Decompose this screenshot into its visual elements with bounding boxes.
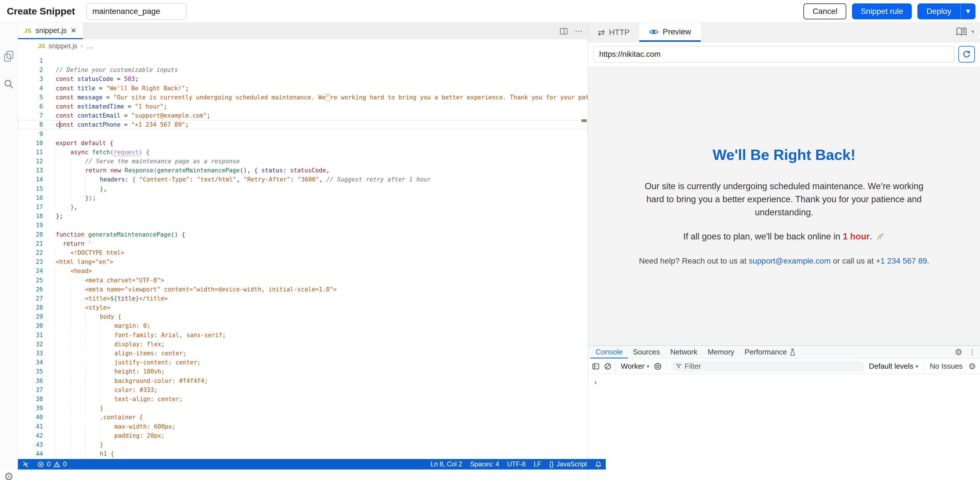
console-body[interactable]: ›: [588, 374, 980, 387]
line-number: 23: [18, 257, 46, 266]
tab-snippet-js[interactable]: JS snippet.js ✕: [18, 23, 83, 39]
code-line[interactable]: 19: [18, 221, 588, 230]
console-filter[interactable]: [671, 361, 864, 372]
filter-input[interactable]: [684, 362, 860, 371]
phone-link[interactable]: +1 234 567 89: [876, 257, 927, 265]
context-selector[interactable]: Worker▾: [621, 362, 649, 371]
url-input[interactable]: [593, 46, 955, 62]
line-number: 21: [18, 239, 46, 248]
close-icon[interactable]: ✕: [71, 27, 76, 35]
code-line[interactable]: 2// Define your customizable inputs: [18, 65, 588, 74]
code-line[interactable]: 3const statusCode = 503;: [18, 74, 588, 84]
editor-more-icon[interactable]: ⋯: [575, 27, 583, 36]
deploy-dropdown-button[interactable]: ▼: [961, 3, 975, 19]
code-line[interactable]: 20function generateMaintenancePage() {: [18, 230, 588, 239]
code-line[interactable]: 31 font-family: Arial, sans-serif;: [18, 331, 588, 340]
code-line[interactable]: 33 align-items: center;: [18, 349, 588, 358]
search-icon[interactable]: [3, 79, 14, 89]
code-line[interactable]: 32 display: flex;: [18, 340, 588, 349]
code-line[interactable]: 17 },: [18, 203, 588, 212]
code-line[interactable]: 12 // Serve the maintenance page as a re…: [18, 157, 588, 166]
cursor-position[interactable]: Ln 8, Col 2: [426, 459, 466, 469]
code-line[interactable]: 9: [18, 130, 588, 139]
snippet-rule-button[interactable]: Snippet rule: [852, 3, 912, 19]
error-icon: [37, 461, 44, 468]
clear-console-icon[interactable]: [604, 363, 611, 370]
code-line[interactable]: 1: [18, 56, 588, 65]
settings-gear-icon[interactable]: ⚙: [4, 471, 14, 480]
deploy-button[interactable]: Deploy: [918, 3, 961, 19]
code-line[interactable]: 28 <style>: [18, 303, 588, 312]
refresh-button[interactable]: [958, 46, 975, 62]
code-line[interactable]: 6const estimatedTime = "1 hour";: [18, 102, 588, 111]
devtools-tab-memory[interactable]: Memory: [702, 346, 740, 358]
snippet-name-input[interactable]: [86, 3, 186, 20]
tab-http[interactable]: ⇄ HTTP: [588, 23, 639, 42]
code-line[interactable]: 14 headers: { "Content-Type": "text/html…: [18, 175, 588, 184]
code-line[interactable]: 24 <head>: [18, 266, 588, 276]
code-line[interactable]: 21 return `: [18, 239, 588, 248]
rocket-icon: [876, 232, 885, 241]
code-line[interactable]: 23<html lang="en">: [18, 257, 588, 266]
code-line[interactable]: 29 body {: [18, 312, 588, 321]
live-expression-eye-icon[interactable]: [654, 363, 662, 371]
code-line[interactable]: 22 <!DOCTYPE html>: [18, 248, 588, 257]
code-line[interactable]: 34 justify-content: center;: [18, 358, 588, 367]
code-line[interactable]: 25 <meta charset="UTF-8">: [18, 276, 588, 285]
code-line[interactable]: 42 padding: 20px;: [18, 431, 588, 440]
eol-setting[interactable]: LF: [530, 459, 545, 469]
code-line[interactable]: 5const message = "Our site is currently …: [18, 93, 588, 102]
files-copy-icon[interactable]: [4, 51, 14, 62]
devtools-settings-gear-icon[interactable]: ⚙: [955, 348, 963, 356]
code-line[interactable]: 18};: [18, 212, 588, 221]
line-number: 30: [18, 321, 46, 330]
split-editor-icon[interactable]: [560, 28, 567, 34]
code-line[interactable]: 40 .container {: [18, 413, 588, 422]
code-line[interactable]: 43 }: [18, 440, 588, 449]
code-line[interactable]: 16 });: [18, 193, 588, 203]
code-line[interactable]: 11 async fetch(request) {: [18, 148, 588, 157]
code-line[interactable]: 10export default {: [18, 139, 588, 148]
notifications-bell[interactable]: [591, 459, 606, 469]
issues-counter[interactable]: No Issues: [930, 362, 963, 371]
code-editor[interactable]: 12// Define your customizable inputs3con…: [18, 53, 588, 459]
code-line[interactable]: 13 return new Response(generateMaintenan…: [18, 166, 588, 175]
code-line[interactable]: 38 text-align: center;: [18, 394, 588, 404]
remote-indicator[interactable]: [18, 459, 33, 469]
error-count: 0: [47, 460, 51, 468]
code-line[interactable]: 4const title = "We'll Be Right Back!";: [18, 84, 588, 93]
line-content: return `: [46, 239, 581, 248]
problems-indicator[interactable]: 0 0: [33, 459, 71, 469]
line-content: [46, 130, 581, 139]
tab-preview[interactable]: Preview: [639, 23, 701, 42]
docs-book-icon[interactable]: [956, 27, 967, 37]
devtools-menu-kebab-icon[interactable]: ⋮: [969, 348, 976, 356]
code-line[interactable]: 15 },: [18, 184, 588, 193]
code-line[interactable]: 36 background-color: #f4f4f4;: [18, 376, 588, 385]
code-line[interactable]: 8const contactPhone = "+1 234 567 89";: [18, 120, 588, 129]
log-levels-dropdown[interactable]: Default levels▾: [869, 362, 918, 371]
console-settings-gear-icon[interactable]: ⚙: [968, 362, 976, 371]
code-line[interactable]: 26 <meta name="viewport" content="width=…: [18, 285, 588, 294]
code-line[interactable]: 7const contactEmail = "support@example.c…: [18, 111, 588, 120]
cancel-button[interactable]: Cancel: [803, 3, 846, 19]
email-link[interactable]: support@example.com: [749, 257, 831, 265]
devtools-tab-console[interactable]: Console: [590, 346, 628, 358]
line-number: 36: [18, 376, 46, 385]
code-line[interactable]: 41 max-width: 600px;: [18, 422, 588, 431]
devtools-tab-performance[interactable]: Performance: [740, 346, 801, 358]
devtools-tab-network[interactable]: Network: [665, 346, 702, 358]
code-line[interactable]: 44 h1 {: [18, 449, 588, 458]
code-line[interactable]: 35 height: 100vh;: [18, 367, 588, 376]
language-mode[interactable]: {} JavaScript: [545, 459, 591, 469]
code-line[interactable]: 30 margin: 0;: [18, 321, 588, 330]
code-line[interactable]: 37 color: #333;: [18, 385, 588, 394]
console-sidebar-toggle-icon[interactable]: [592, 363, 600, 370]
line-number: 42: [18, 431, 46, 440]
indentation-setting[interactable]: Spaces: 4: [466, 459, 503, 469]
code-line[interactable]: 27 <title>${title}</title>: [18, 294, 588, 303]
devtools-tab-sources[interactable]: Sources: [628, 346, 665, 358]
code-line[interactable]: 39 }: [18, 404, 588, 413]
breadcrumb[interactable]: JS snippet.js › …: [18, 39, 588, 53]
encoding-setting[interactable]: UTF-8: [503, 459, 530, 469]
